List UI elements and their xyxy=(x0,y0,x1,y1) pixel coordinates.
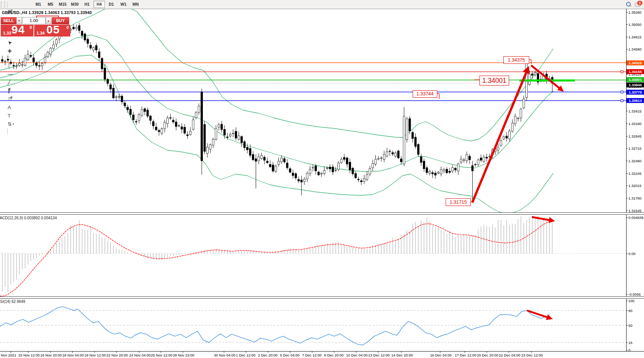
rsi-line xyxy=(0,307,553,345)
price-tick-label: 1.32245 xyxy=(628,171,641,176)
timeframe-m5[interactable]: M5 xyxy=(45,1,56,8)
timeframe-m1[interactable]: M1 xyxy=(33,1,44,8)
rsi-scale-label: 50 xyxy=(628,323,633,328)
time-tick xyxy=(401,352,402,353)
macd-label: MACD(12,26,9) 0.003892 0.004134 xyxy=(0,216,57,220)
price-tick-label: 1.35280 xyxy=(628,10,641,14)
time-tick xyxy=(440,352,440,353)
price-tick-label: 1.35050 xyxy=(628,22,641,27)
time-tick xyxy=(11,352,11,353)
timeframe-h4[interactable]: H4 xyxy=(93,1,105,8)
time-label: Nov 2021 xyxy=(1,353,16,357)
time-label: 24 Nov 04:00 xyxy=(129,353,151,357)
mt4-window: ▤+新订单◆◉▂▄▆●自动交易║▥╱⊕⊖▦▣▢▤+▾◷▾▨▾➤✚│—╱∥E☰FA… xyxy=(0,0,644,358)
candlestick-series xyxy=(2,23,554,201)
price-chart[interactable] xyxy=(0,9,644,213)
price-tick-label: 1.33415 xyxy=(628,109,641,113)
time-tick xyxy=(246,352,246,353)
time-tick xyxy=(139,352,139,353)
time-tick xyxy=(161,352,161,353)
timeframe-w1[interactable]: W1 xyxy=(118,1,129,8)
price-tick-label: 1.33180 xyxy=(628,122,641,126)
pullback-arrow[interactable] xyxy=(531,65,562,90)
level-badge-1.33775: 1.33775 xyxy=(627,90,644,95)
notification-badge: 1 xyxy=(637,1,642,5)
time-tick xyxy=(356,352,356,353)
time-label: 16 Nov 20:00 xyxy=(40,353,62,357)
time-tick xyxy=(50,352,51,353)
current-price-badge: 1.33940 xyxy=(627,82,644,87)
sell-price-pipette: 0 xyxy=(30,25,32,30)
time-tick xyxy=(224,352,224,353)
rsi-splitter[interactable] xyxy=(0,296,644,299)
price-tick-label: 1.32480 xyxy=(628,159,641,163)
annotation-1.34001[interactable]: 1.34001 xyxy=(479,76,509,86)
volume-input[interactable]: 1.00 xyxy=(22,17,46,24)
time-label: 13 Dec 12:00 xyxy=(368,353,390,357)
bollinger-lower xyxy=(0,55,553,213)
buy-price-pipette: 0 xyxy=(66,25,69,30)
sell-price-digits: 94 xyxy=(11,23,25,36)
time-tick xyxy=(183,352,183,353)
annotation-1.33744[interactable]: 1.33744 xyxy=(413,90,437,98)
sell-price-box[interactable]: 1.33 94 0 xyxy=(1,25,33,36)
buy-price-prefix: 1.34 xyxy=(36,31,44,35)
time-tick xyxy=(334,352,334,353)
annotation-1.31715[interactable]: 1.31715 xyxy=(446,198,471,206)
time-label: 28 Nov 23:00 xyxy=(173,353,195,357)
price-tick-label: 1.34815 xyxy=(628,35,641,39)
price-tick-label: 1.32715 xyxy=(628,146,641,150)
time-label: 20 Dec 20:00 xyxy=(477,353,498,357)
time-axis[interactable]: Nov 202115 Nov 12:0016 Nov 20:0018 Nov 0… xyxy=(0,351,644,358)
time-tick xyxy=(72,352,73,353)
chat-icon[interactable]: 1 xyxy=(635,2,642,7)
timeframe-d1[interactable]: D1 xyxy=(106,1,117,8)
toolbar: ▤+新订单◆◉▂▄▆●自动交易║▥╱⊕⊖▦▣▢▤+▾◷▾▨▾➤✚│—╱∥E☰FA… xyxy=(0,0,644,9)
price-tick-label: 1.32945 xyxy=(628,134,641,138)
time-tick xyxy=(465,352,465,353)
time-tick xyxy=(28,352,28,353)
time-label: 6 Dec 04:00 xyxy=(280,353,299,357)
time-label: 10 Dec 04:00 xyxy=(346,353,368,357)
annotation-1.34375[interactable]: 1.34375 xyxy=(503,56,529,64)
timeframe-mn[interactable]: MN xyxy=(130,1,141,8)
level-badge-1.34156: 1.34156 xyxy=(627,69,644,74)
one-click-trade-widget: SELL ▼ 1.00 ▲ BUY 1.33 94 0 1.34 05 0 xyxy=(1,17,71,36)
toolbar-grip[interactable] xyxy=(1,2,5,8)
time-tick xyxy=(116,352,117,353)
search-icon[interactable] xyxy=(626,2,631,7)
time-label: 22 Nov 20:00 xyxy=(106,353,128,357)
macd-splitter[interactable] xyxy=(0,212,644,215)
price-tick-label: 1.32015 xyxy=(628,184,641,188)
time-tick xyxy=(312,352,312,353)
macd-scale-label: 0.004838 xyxy=(628,215,644,220)
time-label: 8 Dec 20:00 xyxy=(324,353,343,357)
time-label: 14 Dec 20:00 xyxy=(391,353,413,357)
time-label: 16 Dec 04:00 xyxy=(430,353,452,357)
time-tick xyxy=(378,352,378,353)
time-label: 1 Dec 12:00 xyxy=(236,353,255,357)
timeframe-h1[interactable]: H1 xyxy=(81,1,93,8)
macd-panel[interactable] xyxy=(0,214,644,296)
volume-bracket xyxy=(36,16,59,18)
level-badge-1.33613: 1.33613 xyxy=(627,98,644,103)
timeframe-m15[interactable]: M15 xyxy=(57,1,68,8)
timeframe-m30[interactable]: M30 xyxy=(69,1,81,8)
green-resistance-bar xyxy=(519,79,575,82)
bollinger-upper xyxy=(0,9,553,141)
rsi-panel[interactable] xyxy=(0,298,644,351)
rsi-scale-label: 80 xyxy=(628,309,633,313)
rsi-label: RSI(14) 62.9649 xyxy=(0,299,25,304)
macd-scale-label: -0.0056 xyxy=(628,292,641,296)
time-tick xyxy=(94,352,95,353)
buy-price-digits: 05 xyxy=(46,23,60,36)
level-badge-1.34001: 1.34001 xyxy=(627,77,644,82)
buy-price-box[interactable]: 1.34 05 0 xyxy=(34,25,70,36)
time-label: 22 Dec 04:00 xyxy=(499,353,521,357)
macd-histogram xyxy=(2,216,552,292)
rally-arrow[interactable] xyxy=(472,68,528,203)
time-tick xyxy=(509,352,509,353)
cascade-icon[interactable]: ▢ xyxy=(6,0,32,2)
time-tick xyxy=(290,352,290,353)
price-tick-label: 1.34580 xyxy=(628,47,641,51)
